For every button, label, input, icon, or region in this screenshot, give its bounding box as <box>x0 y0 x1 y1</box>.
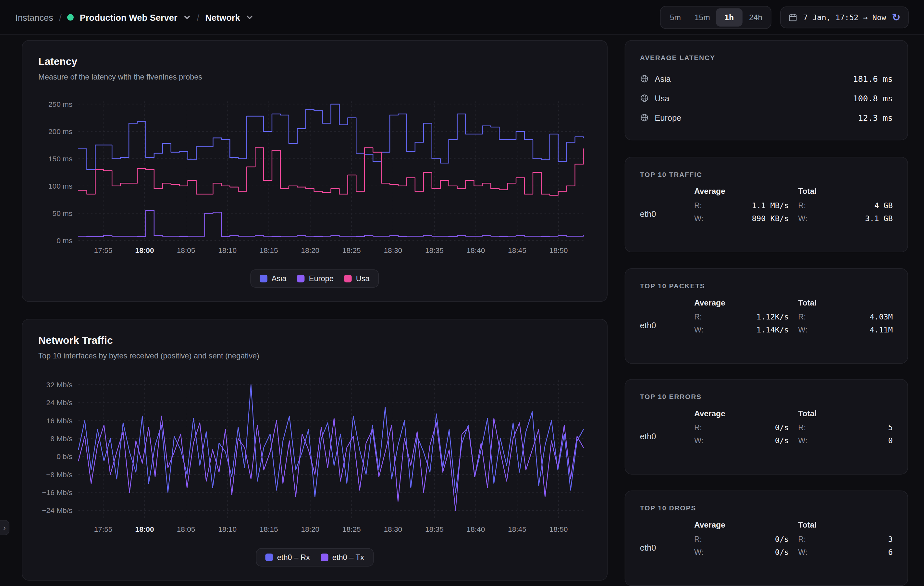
network-traffic-legend: eth0 – Rx eth0 – Tx <box>256 548 373 566</box>
svg-text:18:25: 18:25 <box>342 246 361 254</box>
legend-label: Europe <box>309 274 333 283</box>
globe-icon <box>640 74 649 83</box>
legend-swatch <box>320 553 328 561</box>
stat-grid: Average Total eth0 R:1.1 MB/s W:890 KB/s… <box>640 187 893 227</box>
svg-text:18:20: 18:20 <box>301 525 319 533</box>
top10-drops-panel: TOP 10 DROPS Average Total eth0 R:0/s W:… <box>625 490 908 586</box>
sidebar-expand-button[interactable]: › <box>0 520 10 535</box>
range-button-1h[interactable]: 1h <box>716 8 742 26</box>
latency-card-subtitle: Measure of the latency with the fivenine… <box>38 73 202 81</box>
legend-item[interactable]: eth0 – Tx <box>320 553 364 562</box>
stat-panel-title: TOP 10 ERRORS <box>640 393 893 400</box>
range-button-5m[interactable]: 5m <box>662 8 689 26</box>
svg-text:18:35: 18:35 <box>425 246 444 254</box>
stat-panel-title: TOP 10 DROPS <box>640 505 893 512</box>
svg-text:100 ms: 100 ms <box>48 182 73 190</box>
breadcrumb-separator: / <box>197 12 199 22</box>
chevron-down-icon[interactable] <box>183 13 191 21</box>
latency-card: Latency Measure of the latency with the … <box>22 40 607 302</box>
svg-text:18:40: 18:40 <box>467 525 485 533</box>
average-values: R:1.1 MB/s W:890 KB/s <box>694 201 789 227</box>
svg-text:18:10: 18:10 <box>218 525 237 533</box>
breadcrumb-instances-link[interactable]: Instances <box>15 12 53 22</box>
topbar: Instances / Production Web Server / Netw… <box>0 0 924 35</box>
instance-selector-label[interactable]: Production Web Server <box>80 12 178 22</box>
svg-text:18:45: 18:45 <box>508 525 526 533</box>
column-header-average: Average <box>694 298 789 307</box>
region-latency-value: 181.6 ms <box>853 74 893 83</box>
date-range-text: 7 Jan, 17:52 → Now <box>803 13 886 21</box>
legend-item[interactable]: Usa <box>344 274 370 283</box>
svg-text:18:10: 18:10 <box>218 246 237 254</box>
total-write-value: 4.11M <box>870 325 893 334</box>
write-label: W: <box>694 325 703 334</box>
column-header-average: Average <box>694 520 789 529</box>
region-label: Asia <box>655 74 670 83</box>
total-read-value: 4 GB <box>874 201 893 210</box>
svg-text:200 ms: 200 ms <box>48 127 73 136</box>
read-label: R: <box>798 535 806 543</box>
globe-icon <box>640 94 649 102</box>
legend-swatch <box>297 275 305 282</box>
svg-text:150 ms: 150 ms <box>48 155 73 163</box>
average-read-value: 1.12K/s <box>757 312 789 321</box>
column-header-average: Average <box>694 187 789 196</box>
latency-region-row: Asia 181.6 ms <box>640 69 893 88</box>
refresh-icon[interactable]: ↻ <box>892 12 901 22</box>
average-read-value: 0/s <box>775 423 789 432</box>
range-button-15m[interactable]: 15m <box>689 8 716 26</box>
legend-label: eth0 – Tx <box>332 553 364 562</box>
section-selector-label[interactable]: Network <box>205 12 240 22</box>
average-write-value: 1.14K/s <box>757 325 789 334</box>
total-values: R:3 W:6 <box>798 535 893 561</box>
svg-text:8 Mb/s: 8 Mb/s <box>50 434 73 443</box>
top10-traffic-panel: TOP 10 TRAFFIC Average Total eth0 R:1.1 … <box>625 157 908 252</box>
legend-item[interactable]: Europe <box>297 274 333 283</box>
svg-text:0 b/s: 0 b/s <box>56 452 73 461</box>
svg-text:18:50: 18:50 <box>549 525 568 533</box>
top10-errors-panel: TOP 10 ERRORS Average Total eth0 R:0/s W… <box>625 379 908 474</box>
range-button-24h[interactable]: 24h <box>742 8 769 26</box>
legend-item[interactable]: Asia <box>260 274 286 283</box>
column-header-total: Total <box>798 187 893 196</box>
svg-text:16 Mb/s: 16 Mb/s <box>46 416 73 425</box>
chevron-down-icon[interactable] <box>246 13 254 21</box>
latency-chart[interactable]: 250 ms200 ms150 ms100 ms50 ms0 ms17:5518… <box>28 93 594 263</box>
average-values: R:0/s W:0/s <box>694 423 789 449</box>
region-latency-value: 12.3 ms <box>858 113 893 122</box>
column-header-total: Total <box>798 409 893 418</box>
region-label: Usa <box>655 94 669 103</box>
network-traffic-chart[interactable]: 32 Mb/s24 Mb/s16 Mb/s8 Mb/s0 b/s−8 Mb/s−… <box>28 372 594 542</box>
stat-grid: Average Total eth0 R:0/s W:0/s R:5 W:0 <box>640 409 893 449</box>
total-read-value: 4.03M <box>870 312 893 321</box>
stat-panel-title: TOP 10 TRAFFIC <box>640 171 893 178</box>
column-header-total: Total <box>798 520 893 529</box>
stat-grid: Average Total eth0 R:0/s W:0/s R:3 W:6 <box>640 520 893 560</box>
stat-panel-title: TOP 10 PACKETS <box>640 282 893 290</box>
date-range-control[interactable]: 7 Jan, 17:52 → Now ↻ <box>780 6 909 28</box>
svg-text:18:05: 18:05 <box>177 246 195 254</box>
write-label: W: <box>798 214 807 223</box>
total-write-value: 3.1 GB <box>865 214 893 223</box>
interface-label: eth0 <box>640 543 685 552</box>
legend-swatch <box>260 275 267 282</box>
svg-text:−8 Mb/s: −8 Mb/s <box>46 470 73 479</box>
total-values: R:5 W:0 <box>798 423 893 449</box>
breadcrumb-separator: / <box>59 12 62 22</box>
svg-text:18:00: 18:00 <box>135 246 154 254</box>
svg-text:18:40: 18:40 <box>467 246 485 254</box>
svg-text:0 ms: 0 ms <box>56 236 73 245</box>
dashboard-root: Instances / Production Web Server / Netw… <box>0 0 924 586</box>
calendar-icon <box>788 13 797 21</box>
svg-text:50 ms: 50 ms <box>53 209 73 218</box>
latency-region-row: Usa 100.8 ms <box>640 88 893 108</box>
latency-region-row: Europe 12.3 ms <box>640 108 893 127</box>
average-latency-title: AVERAGE LATENCY <box>640 54 893 61</box>
total-read-value: 3 <box>888 535 893 543</box>
legend-swatch <box>265 553 273 561</box>
legend-item[interactable]: eth0 – Rx <box>265 553 310 562</box>
svg-text:18:30: 18:30 <box>384 246 402 254</box>
top10-packets-panel: TOP 10 PACKETS Average Total eth0 R:1.12… <box>625 268 908 364</box>
total-write-value: 0 <box>888 436 893 445</box>
network-traffic-card: Network Traffic Top 10 interfaces by byt… <box>22 319 607 581</box>
